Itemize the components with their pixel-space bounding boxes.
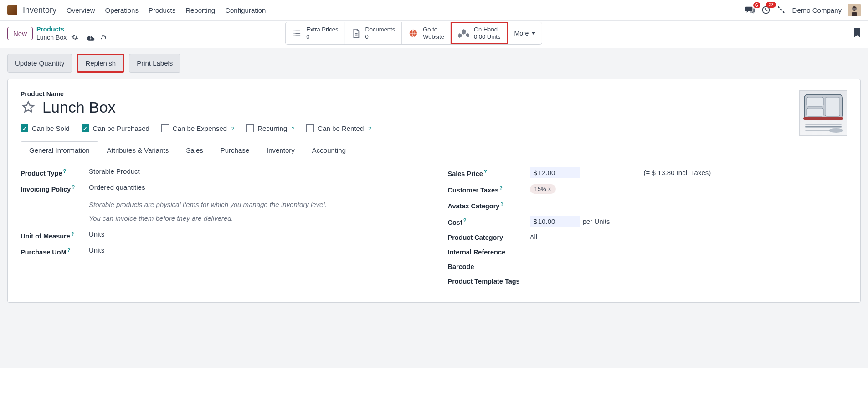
stat-documents[interactable]: Documents 0 [345, 22, 402, 45]
invoicing-policy-label: Invoicing Policy [21, 186, 71, 193]
form-right-column: Sales Price? $12.00 (= $ 13.80 Incl. Tax… [448, 167, 848, 291]
debug-icon[interactable] [777, 5, 786, 15]
help-icon[interactable]: ? [484, 169, 487, 174]
storable-help-1: Storable products are physical items for… [89, 199, 421, 210]
purchase-uom-value[interactable]: Units [89, 246, 421, 254]
activities-badge: 27 [766, 2, 776, 8]
stat-on-hand-value: 0.00 Units [474, 33, 501, 41]
update-quantity-button[interactable]: Update Quantity [7, 54, 72, 73]
form-tabs: General Information Attributes & Variant… [21, 141, 847, 159]
globe-icon [408, 28, 418, 38]
form-columns: Product Type? Storable Product Invoicing… [21, 167, 847, 291]
help-icon[interactable]: ? [231, 126, 234, 131]
uom-value[interactable]: Units [89, 230, 421, 238]
nav-products[interactable]: Products [149, 6, 175, 14]
product-name-label: Product Name [21, 90, 847, 98]
flag-recurring[interactable]: Recurring ? [246, 124, 294, 132]
invoicing-policy-value[interactable]: Ordered quantities [89, 183, 421, 191]
stat-website-line1: Go to [423, 26, 444, 33]
customer-tax-chip[interactable]: 15% × [530, 184, 556, 194]
help-icon[interactable]: ? [67, 247, 71, 253]
help-icon[interactable]: ? [71, 231, 74, 237]
tab-inventory[interactable]: Inventory [258, 141, 303, 159]
product-category-value[interactable]: All [530, 233, 848, 241]
stat-extra-prices[interactable]: Extra Prices 0 [285, 22, 345, 45]
svg-rect-14 [805, 130, 830, 131]
help-icon[interactable]: ? [63, 168, 67, 174]
more-label: More [514, 30, 529, 37]
stat-go-to-website[interactable]: Go to Website [402, 22, 451, 45]
stat-extra-prices-value: 0 [306, 33, 338, 41]
flag-can-be-sold[interactable]: Can be Sold [21, 124, 70, 132]
stat-on-hand[interactable]: On Hand 0.00 Units [451, 22, 508, 45]
stat-website-line2: Website [423, 33, 444, 41]
stat-buttons: Extra Prices 0 Documents 0 Go to Website [285, 22, 542, 45]
undo-icon[interactable] [99, 34, 108, 41]
checkbox-icon [82, 124, 89, 132]
nav-reporting[interactable]: Reporting [185, 6, 215, 14]
internal-reference-label: Internal Reference [448, 248, 530, 256]
flag-can-be-rented[interactable]: Can be Rented ? [306, 124, 371, 132]
template-tags-label: Product Template Tags [448, 277, 530, 285]
product-name[interactable]: Lunch Box [42, 98, 116, 116]
cost-label: Cost [448, 219, 462, 226]
gear-icon[interactable] [71, 34, 78, 41]
activities-icon[interactable]: 27 [761, 5, 770, 15]
help-icon[interactable]: ? [292, 126, 294, 131]
messages-badge: 6 [753, 2, 760, 8]
checkbox-icon [246, 124, 254, 132]
tab-purchase[interactable]: Purchase [212, 141, 258, 159]
svg-rect-4 [852, 8, 857, 10]
cost-input[interactable]: $10.00 [530, 216, 580, 227]
new-button[interactable]: New [7, 27, 33, 40]
checkbox-icon [306, 124, 314, 132]
stat-extra-prices-label: Extra Prices [306, 26, 338, 33]
toolbar: New Products Lunch Box Extra Prices 0 [0, 21, 868, 48]
company-selector[interactable]: Demo Company [792, 6, 842, 14]
product-flags: Can be Sold Can be Purchased Can be Expe… [21, 124, 847, 132]
flag-can-be-expensed[interactable]: Can be Expensed ? [161, 124, 234, 132]
help-icon[interactable]: ? [499, 185, 503, 191]
breadcrumb: Products Lunch Box [36, 25, 108, 41]
tab-accounting[interactable]: Accounting [303, 141, 354, 159]
barcode-label: Barcode [448, 262, 530, 270]
stat-documents-value: 0 [365, 33, 395, 41]
nav-overview[interactable]: Overview [67, 6, 95, 14]
sales-price-input[interactable]: $12.00 [530, 167, 580, 178]
product-type-value[interactable]: Storable Product [89, 167, 421, 175]
flag-can-be-purchased[interactable]: Can be Purchased [82, 124, 149, 132]
nav-configuration[interactable]: Configuration [225, 6, 266, 14]
bookmark-icon[interactable] [854, 28, 861, 38]
tab-attributes-variants[interactable]: Attributes & Variants [98, 141, 178, 159]
app-logo[interactable] [7, 5, 17, 15]
stat-documents-label: Documents [365, 26, 395, 33]
stat-more-button[interactable]: More [508, 22, 541, 45]
help-icon[interactable]: ? [463, 218, 467, 223]
checkbox-icon [21, 124, 28, 132]
product-form: Product Name Lunch Box Ca [7, 79, 861, 303]
topbar-right: 6 27 Demo Company [745, 4, 861, 16]
app-title[interactable]: Inventory [23, 5, 56, 15]
replenish-button[interactable]: Replenish [77, 54, 124, 73]
form-left-column: Product Type? Storable Product Invoicing… [21, 167, 421, 291]
print-labels-button[interactable]: Print Labels [129, 54, 180, 73]
product-image[interactable] [799, 90, 847, 136]
messages-icon[interactable]: 6 [745, 6, 755, 14]
help-icon[interactable]: ? [368, 126, 371, 131]
favorite-star-icon[interactable] [21, 100, 36, 115]
tab-sales[interactable]: Sales [177, 141, 212, 159]
help-icon[interactable]: ? [500, 201, 503, 207]
content-area: Update Quantity Replenish Print Labels P… [0, 48, 868, 368]
breadcrumb-products-link[interactable]: Products [36, 25, 108, 33]
document-icon [351, 28, 360, 38]
cloud-upload-icon[interactable] [87, 34, 95, 41]
boxes-icon [458, 29, 469, 38]
avatar[interactable] [848, 4, 861, 16]
nav-operations[interactable]: Operations [105, 6, 139, 14]
breadcrumb-current: Lunch Box [36, 33, 67, 41]
tab-general-information[interactable]: General Information [21, 141, 98, 159]
list-icon [292, 29, 302, 37]
remove-tax-icon[interactable]: × [548, 186, 551, 192]
purchase-uom-label: Purchase UoM [21, 249, 67, 256]
help-icon[interactable]: ? [72, 184, 75, 190]
